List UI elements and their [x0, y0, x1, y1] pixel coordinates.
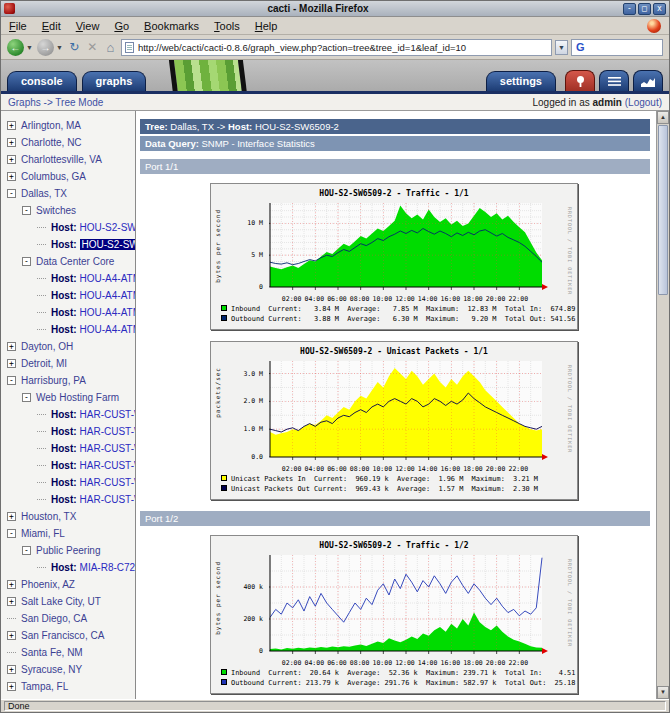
collapse-icon[interactable]: -	[22, 546, 31, 555]
tree-branch-item[interactable]: +Phoenix, AZ	[1, 576, 135, 593]
tree-branch-item[interactable]: +Charlottesville, VA	[1, 151, 135, 168]
menu-go[interactable]: Go	[114, 20, 129, 32]
tree-branch-item[interactable]: -Harrisburg, PA	[1, 372, 135, 389]
preview-view-button[interactable]	[633, 70, 663, 91]
collapse-icon[interactable]: -	[7, 529, 16, 538]
branch-link[interactable]: Dayton, OH	[21, 341, 73, 352]
forward-dropdown-icon[interactable]: ▼	[56, 44, 63, 51]
menu-bookmarks[interactable]: Bookmarks	[144, 20, 199, 32]
branch-link[interactable]: Switches	[36, 205, 76, 216]
url-dropdown-button[interactable]: ▼	[555, 40, 568, 55]
menu-edit[interactable]: Edit	[42, 20, 61, 32]
tree-branch-item[interactable]: +Dayton, OH	[1, 338, 135, 355]
tree-view-button[interactable]	[565, 70, 595, 91]
expand-icon[interactable]: +	[7, 512, 16, 521]
host-link[interactable]: HAR-CUST-WWW1	[80, 426, 136, 437]
branch-link[interactable]: Tampa, FL	[21, 681, 68, 692]
branch-link[interactable]: Arlington, MA	[21, 120, 81, 131]
collapse-icon[interactable]: -	[22, 393, 31, 402]
branch-link[interactable]: Columbus, GA	[21, 171, 86, 182]
branch-link[interactable]: Public Peering	[36, 545, 100, 556]
host-link[interactable]: HOU-A4-ATM-4	[80, 324, 136, 335]
tab-console[interactable]: console	[7, 71, 77, 91]
tree-host-item[interactable]: Host:HAR-CUST-WWW5	[1, 491, 135, 508]
tree-host-item[interactable]: Host:HOU-A4-ATM-3	[1, 304, 135, 321]
expand-icon[interactable]: +	[7, 580, 16, 589]
graph-traffic-1-2[interactable]: HOU-S2-SW6509-2 - Traffic - 1/2bytes per…	[210, 535, 578, 694]
branch-link[interactable]: Salt Lake City, UT	[21, 596, 101, 607]
menu-view[interactable]: View	[76, 20, 100, 32]
branch-link[interactable]: Web Hosting Farm	[36, 392, 119, 403]
search-box[interactable]: G	[571, 39, 663, 56]
graph-unicast-1-1[interactable]: HOU-S2-SW6509-2 - Unicast Packets - 1/1p…	[210, 341, 578, 500]
tree-branch-item[interactable]: +San Francisco, CA	[1, 627, 135, 644]
tree-branch-item[interactable]: San Diego, CA	[1, 610, 135, 627]
expand-icon[interactable]: +	[7, 631, 16, 640]
host-link[interactable]: HOU-A4-ATM-2	[80, 290, 136, 301]
back-button[interactable]: ←	[7, 39, 24, 56]
stop-button[interactable]: ✕	[85, 40, 100, 54]
maximize-button[interactable]: □	[638, 3, 651, 15]
expand-icon[interactable]: +	[7, 121, 16, 130]
tree-host-item[interactable]: Host:HOU-A4-ATM-4	[1, 321, 135, 338]
branch-link[interactable]: Phoenix, AZ	[21, 579, 75, 590]
expand-icon[interactable]: +	[7, 172, 16, 181]
breadcrumb-path[interactable]: Graphs -> Tree Mode	[8, 97, 103, 108]
branch-link[interactable]: Charlotte, NC	[21, 137, 82, 148]
tree-branch-item[interactable]: -Miami, FL	[1, 525, 135, 542]
host-link[interactable]: HAR-CUST-WWW5	[80, 494, 136, 505]
minimize-button[interactable]: -	[623, 3, 636, 15]
menu-help[interactable]: Help	[255, 20, 278, 32]
host-link[interactable]: HAR-CUST-WWW4	[80, 477, 136, 488]
branch-link[interactable]: San Francisco, CA	[21, 630, 104, 641]
branch-link[interactable]: Miami, FL	[21, 528, 65, 539]
tree-branch-item[interactable]: +Tampa, FL	[1, 678, 135, 695]
expand-icon[interactable]: +	[7, 682, 16, 691]
host-link[interactable]: HOU-S2-SW6509-2	[80, 239, 136, 250]
branch-link[interactable]: Dallas, TX	[21, 188, 67, 199]
tree-host-item[interactable]: Host:HAR-CUST-WWW3	[1, 457, 135, 474]
host-link[interactable]: HAR-CUST-WWW2	[80, 443, 136, 454]
branch-link[interactable]: Santa Fe, NM	[21, 647, 83, 658]
tree-branch-item[interactable]: -Public Peering	[1, 542, 135, 559]
back-dropdown-icon[interactable]: ▼	[26, 44, 33, 51]
reload-button[interactable]: ↻	[67, 40, 82, 54]
branch-link[interactable]: Houston, TX	[21, 511, 76, 522]
tab-graphs[interactable]: graphs	[82, 71, 147, 91]
host-link[interactable]: HOU-A4-ATM-1	[80, 273, 136, 284]
branch-link[interactable]: Data Center Core	[36, 256, 114, 267]
graph-traffic-1-1[interactable]: HOU-S2-SW6509-2 - Traffic - 1/1bytes per…	[210, 183, 578, 330]
tree-host-item[interactable]: Host:HAR-CUST-WWW1	[1, 423, 135, 440]
menu-file[interactable]: File	[9, 20, 27, 32]
tree-host-item[interactable]: Host:HOU-S2-SW3548-1	[1, 219, 135, 236]
branch-link[interactable]: Syracuse, NY	[21, 664, 82, 675]
forward-button[interactable]: →	[37, 39, 54, 56]
tree-host-item[interactable]: Host:HAR-CUST-WWW2	[1, 440, 135, 457]
menu-tools[interactable]: Tools	[214, 20, 240, 32]
tree-branch-item[interactable]: +Arlington, MA	[1, 117, 135, 134]
tree-branch-item[interactable]: -Switches	[1, 202, 135, 219]
expand-icon[interactable]: +	[7, 359, 16, 368]
vertical-scrollbar[interactable]: ▲ ▼	[656, 111, 669, 699]
list-view-button[interactable]	[599, 70, 629, 91]
collapse-icon[interactable]: -	[22, 206, 31, 215]
url-text[interactable]: http://web/cacti/cacti-0.8.6/graph_view.…	[138, 42, 548, 53]
expand-icon[interactable]: +	[7, 155, 16, 164]
scrollbar-thumb[interactable]	[658, 125, 668, 295]
collapse-icon[interactable]: -	[22, 257, 31, 266]
tree-branch-item[interactable]: +Houston, TX	[1, 508, 135, 525]
tree-host-item[interactable]: Host:HOU-A4-ATM-2	[1, 287, 135, 304]
expand-icon[interactable]: +	[7, 342, 16, 351]
tree-branch-item[interactable]: Santa Fe, NM	[1, 644, 135, 661]
branch-link[interactable]: Charlottesville, VA	[21, 154, 102, 165]
collapse-icon[interactable]: -	[7, 189, 16, 198]
host-link[interactable]: HAR-CUST-WWW0	[80, 409, 136, 420]
tree-branch-item[interactable]: -Dallas, TX	[1, 185, 135, 202]
close-button[interactable]: x	[653, 3, 666, 15]
branch-link[interactable]: Harrisburg, PA	[21, 375, 86, 386]
url-bar[interactable]: http://web/cacti/cacti-0.8.6/graph_view.…	[121, 39, 552, 56]
tree-branch-item[interactable]: +Columbus, GA	[1, 168, 135, 185]
tree-host-item[interactable]: Host:MIA-R8-C7200-3	[1, 559, 135, 576]
tree-branch-item[interactable]: +Salt Lake City, UT	[1, 593, 135, 610]
tree-host-item[interactable]: Host:HOU-S2-SW6509-2	[1, 236, 135, 253]
